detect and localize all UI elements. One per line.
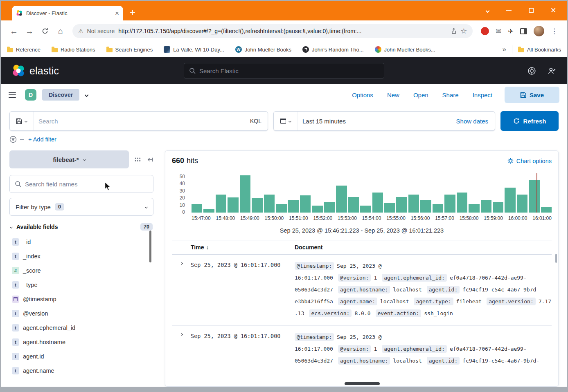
field-item[interactable]: t_id (9, 235, 153, 249)
kql-badge[interactable]: KQL (244, 118, 268, 124)
share-icon[interactable] (450, 28, 457, 34)
minimize-button[interactable] (506, 10, 512, 11)
field-item[interactable]: tagent.ephemeral_id (9, 320, 153, 335)
folder-icon (518, 48, 524, 52)
all-bookmarks-button[interactable]: All Bookmarks (518, 47, 561, 53)
horizontal-scrollbar-thumb[interactable] (345, 382, 380, 385)
histogram-bar (324, 202, 335, 213)
field-item[interactable]: t_type (9, 278, 153, 292)
chevron-right-icon (180, 262, 183, 265)
elastic-logo-icon (12, 64, 25, 77)
field-item[interactable]: @timestamp (9, 292, 153, 306)
field-item[interactable]: #_score (9, 263, 153, 278)
collapse-sidebar-icon[interactable] (147, 156, 153, 163)
sort-descending-icon[interactable]: ↓ (206, 244, 209, 251)
close-window-button[interactable]: × (551, 6, 556, 14)
bookmark-item[interactable]: Radio Stations (52, 47, 95, 53)
date-quick-menu-button[interactable] (274, 112, 298, 130)
table-scrollbar-thumb[interactable] (555, 254, 557, 263)
refresh-button[interactable]: Refresh (500, 111, 559, 131)
save-button[interactable]: Save (505, 87, 559, 103)
hamburger-menu-icon[interactable] (9, 92, 16, 98)
browser-menu-kebab-icon[interactable]: ⋮ (551, 27, 558, 36)
space-avatar[interactable]: D (25, 89, 36, 101)
expand-row-toggle[interactable] (172, 331, 191, 367)
histogram-bar (469, 204, 479, 213)
tab-close-icon[interactable]: × (115, 10, 119, 17)
time-range-value[interactable]: Last 15 minutes (302, 118, 346, 125)
bookmark-star-icon[interactable]: ☆ (460, 27, 467, 36)
query-search-input[interactable] (34, 118, 244, 125)
field-item[interactable]: t@version (9, 306, 153, 320)
maximize-button[interactable] (529, 8, 534, 13)
breadcrumb-chevron-icon[interactable] (85, 94, 88, 96)
histogram-bar (348, 197, 359, 213)
nav-link-open[interactable]: Open (413, 92, 428, 99)
field-item[interactable]: tagent.hostname (9, 335, 153, 349)
bookmarks-overflow-icon[interactable]: » (502, 45, 506, 54)
field-item[interactable]: tagent.id (9, 349, 153, 363)
nav-link-inspect[interactable]: Inspect (473, 92, 492, 99)
profile-avatar[interactable] (534, 26, 544, 36)
browser-window: Discover - Elastic × + × ← → ⌂ ⚠ Not sec… (1, 1, 567, 387)
filter-by-type-select[interactable]: Filter by type 0 (9, 198, 153, 216)
kibana-nav: D Discover OptionsNewOpenShareInspect Sa… (1, 84, 567, 105)
bookmark-label: La Valle, WI 10-Day... (173, 47, 224, 53)
expand-row-toggle[interactable] (172, 260, 191, 319)
new-tab-button[interactable]: + (130, 7, 135, 17)
field-key-badge: agent.version: (487, 298, 536, 305)
query-bar: KQL Last 15 minutes Show dates Refresh (1, 105, 567, 131)
address-bar[interactable]: ⚠ Not secure http://172.105.7.150/app/di… (72, 24, 473, 38)
reload-button[interactable] (38, 25, 52, 38)
show-dates-link[interactable]: Show dates (456, 118, 495, 125)
nav-link-options[interactable]: Options (352, 92, 373, 99)
chart-options-button[interactable]: Chart options (507, 158, 552, 164)
extension-mail-icon[interactable]: ✉ (496, 27, 501, 36)
bookmark-item[interactable]: John Mueller Books... (375, 46, 435, 53)
field-item[interactable]: t_index (9, 249, 153, 263)
warning-icon[interactable]: ⚠ (78, 28, 83, 34)
url-text[interactable]: http://172.105.7.150/app/discover#/?_g=(… (118, 28, 446, 34)
histogram-bar (505, 188, 515, 213)
field-search-input[interactable] (25, 181, 148, 188)
nav-link-new[interactable]: New (387, 92, 399, 99)
extension-dark-icon[interactable]: ✈ (508, 27, 514, 35)
back-button[interactable]: ← (7, 25, 21, 38)
field-item[interactable]: tagent.name (9, 363, 153, 378)
breadcrumb[interactable]: Discover (42, 89, 79, 101)
add-filter-link[interactable]: + Add filter (28, 136, 56, 143)
bookmark-item[interactable]: John's Random Tho... (302, 46, 364, 53)
window-chevron-down-icon[interactable] (486, 7, 489, 14)
index-pattern-picker[interactable]: filebeat-* (9, 150, 129, 168)
global-search[interactable]: Search Elastic (184, 63, 384, 78)
bookmark-item[interactable]: Reference (7, 47, 41, 53)
field-name: agent.name (23, 367, 54, 374)
browser-tab[interactable]: Discover - Elastic × (12, 6, 123, 20)
home-button[interactable]: ⌂ (54, 25, 68, 38)
bookmark-item[interactable]: John Mueller Books (235, 46, 291, 53)
time-column-header[interactable]: Time ↓ (172, 244, 295, 251)
help-lifering-icon[interactable] (527, 67, 536, 75)
field-name: _score (23, 267, 41, 274)
refresh-button-label: Refresh (523, 118, 546, 125)
extension-red-circle-icon[interactable] (481, 27, 489, 35)
sidebar-scrollbar-thumb[interactable] (149, 231, 151, 262)
user-settings-icon[interactable] (548, 67, 556, 75)
chevron-down-icon (25, 119, 27, 122)
forward-button[interactable]: → (23, 25, 36, 38)
y-axis: 01020304050 (172, 173, 188, 213)
bookmark-item[interactable]: Search Engines (106, 47, 153, 53)
grid-dots-icon[interactable] (134, 156, 141, 163)
field-value: localhost (380, 298, 409, 305)
field-value: localhost (393, 358, 421, 364)
histogram-chart[interactable]: 01020304050 15:47:0015:48:0015:49:0015:5… (172, 173, 552, 221)
side-panel-icon[interactable] (520, 28, 527, 34)
saved-query-menu-button[interactable] (10, 112, 34, 130)
elastic-brand[interactable]: elastic (12, 64, 59, 77)
gear-icon (507, 158, 514, 164)
field-value: filebeat (456, 298, 482, 305)
bookmark-item[interactable]: La Valle, WI 10-Day... (164, 46, 224, 53)
filter-icon[interactable] (9, 136, 17, 143)
available-fields-header[interactable]: Available fields 70 (9, 223, 153, 231)
nav-link-share[interactable]: Share (442, 92, 459, 99)
